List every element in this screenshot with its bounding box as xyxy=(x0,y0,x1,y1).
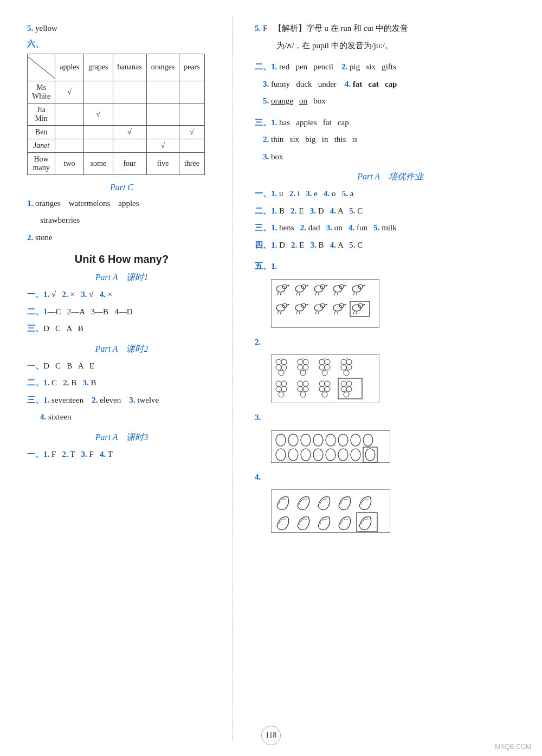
diag-cell xyxy=(28,54,55,81)
partA2-line2: 二、1. C 2. B 3. B xyxy=(27,376,216,390)
svg-point-98 xyxy=(313,449,323,461)
svg-point-6 xyxy=(301,285,306,289)
svg-point-86 xyxy=(344,392,349,397)
partA1-line3: 三、D C A B xyxy=(27,322,216,336)
partA1-title: Part A 课时1 xyxy=(27,272,216,283)
row-jiamin: JiaMin xyxy=(28,103,55,125)
cell-ben-pears: √ xyxy=(179,125,205,139)
svg-point-58 xyxy=(322,370,327,376)
svg-line-23 xyxy=(278,311,279,314)
svg-point-100 xyxy=(338,449,348,461)
right-pA-line2: 二、1. B 2. E 3. D 4. A 5. C xyxy=(255,204,526,218)
svg-point-85 xyxy=(346,386,352,392)
table-row: Ben √ √ xyxy=(28,125,205,139)
left-section6: 六、 apples grapes bananas oranges pears xyxy=(27,39,216,175)
svg-point-75 xyxy=(300,392,306,397)
svg-point-74 xyxy=(303,386,308,392)
svg-line-0 xyxy=(28,56,55,78)
svg-point-71 xyxy=(298,381,303,386)
svg-point-2 xyxy=(282,285,287,289)
cell-jiamin-bananas xyxy=(113,103,146,125)
svg-point-45 xyxy=(281,365,287,370)
th-apples: apples xyxy=(55,54,84,81)
svg-point-51 xyxy=(303,365,308,370)
svg-point-67 xyxy=(281,381,287,386)
cell-mswhite-apples: √ xyxy=(55,81,84,103)
svg-point-52 xyxy=(300,370,306,376)
cell-howmany-pears: three xyxy=(179,152,205,175)
partA3-title: Part A 课时3 xyxy=(27,432,216,443)
svg-point-39 xyxy=(358,303,363,308)
svg-point-42 xyxy=(276,359,281,365)
svg-point-103 xyxy=(365,449,375,461)
bananas-box xyxy=(271,489,390,533)
watermark: MXQE.COM xyxy=(495,743,531,751)
svg-point-22 xyxy=(282,303,287,308)
svg-point-66 xyxy=(276,381,281,386)
grapes-box xyxy=(271,354,379,403)
partA2-line1: 一、D C B A E xyxy=(27,359,216,373)
partA-keshi1: Part A 课时1 一、1. √ 2. × 3. √ 4. × 二、1—C 2… xyxy=(27,272,216,336)
svg-point-48 xyxy=(298,359,303,365)
right-s5-line2: 为/ʌ/，在 pupil 中的发音为/ju:/。 xyxy=(255,39,526,53)
page-number-text: 118 xyxy=(266,731,276,740)
cell-mswhite-oranges xyxy=(146,81,179,103)
cell-ben-grapes xyxy=(83,125,113,139)
svg-point-30 xyxy=(320,303,325,308)
th-bananas: bananas xyxy=(113,54,146,81)
right-s5b-item2-label: 2. xyxy=(255,335,526,350)
svg-point-43 xyxy=(281,359,287,365)
left-s6-label: 六、 xyxy=(27,39,216,49)
right-section3: 三、1. has apples fat cap 2. thin six big … xyxy=(255,116,526,164)
svg-point-68 xyxy=(276,386,281,392)
partC-line1: 1. oranges watermelons apples xyxy=(27,197,216,211)
cell-janet-grapes xyxy=(83,139,113,152)
img-bananas xyxy=(271,487,526,535)
row-ben: Ben xyxy=(28,125,55,139)
svg-line-27 xyxy=(296,311,298,314)
right-pA-line4: 四、1. D 2. E 3. B 4. A 5. C xyxy=(255,238,526,253)
img-eggs xyxy=(271,428,526,465)
left-section5: 5. yellow xyxy=(27,22,216,36)
svg-point-84 xyxy=(341,386,346,392)
right-s5b-item3-label: 3. xyxy=(255,411,526,425)
eggs-svg xyxy=(272,431,391,463)
page-number: 118 xyxy=(261,726,281,745)
watermark-text: MXQE.COM xyxy=(495,743,531,751)
cell-mswhite-pears xyxy=(179,81,205,103)
partA1-line2: 二、1—C 2—A 3—B 4—D xyxy=(27,305,216,319)
partC-line2: 2. stone xyxy=(27,231,216,245)
unit-title: Unit 6 How many? xyxy=(27,253,216,266)
svg-point-62 xyxy=(341,365,346,370)
partA3-line1: 一、1. F 2. T 3. F 4. T xyxy=(27,448,216,462)
right-s2-line2: 3. funny duck under 4. fat cat cap xyxy=(255,77,526,92)
right-s3-line1: 三、1. has apples fat cap xyxy=(255,116,526,130)
svg-point-90 xyxy=(313,434,323,446)
svg-point-99 xyxy=(326,449,335,461)
svg-line-19 xyxy=(353,292,354,295)
svg-point-63 xyxy=(346,365,352,370)
svg-point-91 xyxy=(326,434,335,446)
svg-point-87 xyxy=(276,434,286,446)
svg-point-78 xyxy=(319,386,325,392)
svg-point-56 xyxy=(319,365,325,370)
partC-title: Part C xyxy=(27,183,216,192)
svg-line-31 xyxy=(315,311,317,314)
table-row: Howmany two some four five three xyxy=(28,152,205,175)
svg-point-61 xyxy=(346,359,352,365)
cell-howmany-oranges: five xyxy=(146,152,179,175)
svg-point-95 xyxy=(276,449,286,461)
svg-point-46 xyxy=(279,370,284,376)
cell-howmany-apples: two xyxy=(55,152,84,175)
svg-point-34 xyxy=(339,303,344,308)
fruit-table: apples grapes bananas oranges pears MsWh… xyxy=(27,54,205,175)
diag-icon xyxy=(28,54,55,81)
svg-line-35 xyxy=(334,311,335,314)
cell-ben-apples xyxy=(55,125,84,139)
svg-point-57 xyxy=(325,365,330,370)
svg-point-55 xyxy=(325,359,330,365)
cell-mswhite-grapes xyxy=(83,81,113,103)
right-section5b: 五、1. xyxy=(255,260,526,535)
right-pA-line1: 一、1. u 2. i 3. e 4. o 5. a xyxy=(255,187,526,201)
cell-jiamin-grapes: √ xyxy=(83,103,113,125)
